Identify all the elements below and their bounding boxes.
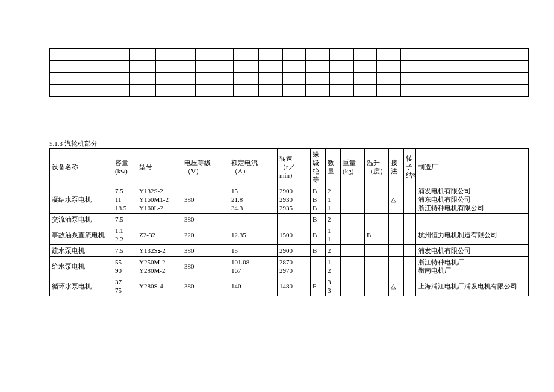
cell-current: 140 [229, 276, 278, 296]
cell-current: 101.08167 [229, 257, 278, 276]
cell-speed: 1480 [278, 276, 311, 296]
cell-weight [341, 225, 365, 245]
cell-line: 2935 [279, 204, 308, 212]
cell-capacity: 7.51118.5 [113, 185, 137, 214]
cell-capacity: 3775 [113, 276, 137, 296]
cell-line: 18.5 [115, 204, 135, 212]
top-empty-table [49, 48, 529, 97]
cell-line: 1 [328, 258, 338, 266]
cell-capacity: 7.5 [113, 245, 137, 257]
cell-weight [341, 257, 365, 276]
cell-conn [389, 257, 404, 276]
cell-line: 1.1 [115, 226, 135, 235]
cell-line: 2.2 [115, 235, 135, 243]
cell-insulation: F [311, 276, 326, 296]
cell-weight [341, 276, 365, 296]
table-row: 疏水泵电机7.5Y132S₂-2380152900B2浦发电机有限公司 [50, 245, 529, 257]
cell-line: 2 [328, 246, 338, 255]
col-weight: 重量 (kg) [341, 149, 365, 185]
cell-qty: 33 [326, 276, 341, 296]
cell-rotor [404, 257, 416, 276]
cell-name: 凝结水泵电机 [50, 185, 113, 214]
cell-line: 1500 [279, 231, 308, 239]
table-row: 循环水泵电机3775Y280S-43801401480F33△上海浦江电机厂浦发… [50, 276, 529, 296]
cell-conn: △ [389, 276, 404, 296]
cell-rotor [404, 214, 416, 225]
col-insulation: 缘级绝等 [311, 149, 326, 185]
cell-model: Z2-32 [137, 225, 182, 245]
cell-voltage: 220 [182, 225, 229, 245]
cell-capacity: 7.5 [113, 214, 137, 225]
cell-temp [365, 245, 389, 257]
cell-line: Z2-32 [139, 231, 180, 239]
cell-line: B [313, 187, 323, 195]
cell-line: 15 [231, 187, 275, 195]
cell-line: Y132S-2 [139, 187, 180, 195]
cell-line: 3 [328, 286, 338, 294]
col-speed: 转速 （r／min） [278, 149, 311, 185]
table-row [50, 49, 529, 61]
col-temp: 温升 （度） [365, 149, 389, 185]
cell-insulation: B [311, 214, 326, 225]
cell-qty: 2 [326, 245, 341, 257]
table-row [50, 73, 529, 85]
table-header-row: 设备名称 容量 (kw) 型号 电压等级（V） 额定电流（A） 转速 （r／mi… [50, 149, 529, 185]
cell-line: 55 [115, 258, 135, 266]
cell-temp [365, 276, 389, 296]
cell-qty: 12 [326, 257, 341, 276]
cell-line: 浦发电机有限公司 [418, 246, 526, 255]
col-name: 设备名称 [50, 149, 113, 185]
cell-voltage: 380 [182, 185, 229, 214]
cell-line: 2 [328, 215, 338, 223]
cell-capacity: 5590 [113, 257, 137, 276]
cell-model: Y280S-4 [137, 276, 182, 296]
col-qty: 数量 [326, 149, 341, 185]
cell-qty: 211 [326, 185, 341, 214]
cell-line: 衡南电机厂 [418, 266, 526, 275]
col-capacity: 容量 (kw) [113, 149, 137, 185]
cell-conn [389, 245, 404, 257]
cell-line: 2900 [279, 187, 308, 195]
cell-line: 3 [328, 278, 338, 286]
cell-capacity: 1.12.2 [113, 225, 137, 245]
cell-rotor [404, 185, 416, 214]
cell-line: 7.5 [115, 187, 135, 195]
table-row: 事故油泵直流电机1.12.2Z2-3222012.351500B11B杭州恒力电… [50, 225, 529, 245]
cell-line: B [313, 246, 323, 255]
cell-voltage: 380 [182, 276, 229, 296]
cell-line: Y250M-2 [139, 258, 180, 266]
cell-line: 7.5 [115, 246, 135, 255]
cell-speed: 290029302935 [278, 185, 311, 214]
cell-mfr: 浦发电机有限公司浦东电机有限公司浙江特种电机有限公司 [416, 185, 529, 214]
cell-speed: 1500 [278, 225, 311, 245]
cell-qty: 11 [326, 225, 341, 245]
cell-weight [341, 185, 365, 214]
cell-line: 浦东电机有限公司 [418, 195, 526, 204]
cell-line: 杭州恒力电机制造有限公司 [418, 231, 526, 239]
cell-conn [389, 214, 404, 225]
cell-line: 浙江特种电机有限公司 [418, 204, 526, 212]
cell-qty: 2 [326, 214, 341, 225]
cell-current: 15 [229, 245, 278, 257]
cell-mfr: 杭州恒力电机制造有限公司 [416, 225, 529, 245]
col-model: 型号 [137, 149, 182, 185]
cell-weight [341, 214, 365, 225]
cell-current: 1521.834.3 [229, 185, 278, 214]
col-current: 额定电流（A） [229, 149, 278, 185]
cell-current: 12.35 [229, 225, 278, 245]
cell-line: 90 [115, 266, 135, 275]
cell-model: Y250M-2Y280M-2 [137, 257, 182, 276]
cell-line: 101.08 [231, 258, 275, 266]
cell-line: F [313, 282, 323, 290]
cell-line: Y132S₂-2 [139, 246, 180, 255]
table-row: 给水泵电机5590Y250M-2Y280M-2380101.0816728702… [50, 257, 529, 276]
cell-line: 140 [231, 282, 275, 290]
cell-voltage: 380 [182, 214, 229, 225]
cell-line: 2870 [279, 258, 308, 266]
cell-line: 1 [328, 235, 338, 243]
cell-line: 21.8 [231, 195, 275, 204]
cell-line: 12.35 [231, 231, 275, 239]
cell-conn: △ [389, 185, 404, 214]
cell-line: 34.3 [231, 204, 275, 212]
cell-temp [365, 257, 389, 276]
